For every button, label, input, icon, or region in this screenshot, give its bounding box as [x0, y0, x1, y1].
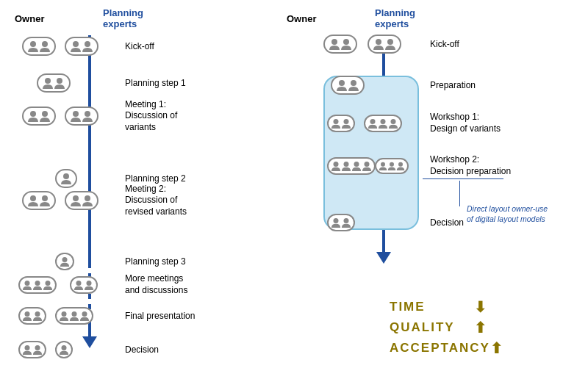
- svg-point-45: [390, 162, 394, 167]
- metric-time: TIME ⬇: [390, 298, 503, 316]
- svg-point-4: [45, 78, 51, 84]
- step-label-planning1: Planning step 1: [125, 78, 186, 88]
- owner-pill-1: [22, 37, 56, 56]
- svg-point-41: [344, 162, 349, 167]
- owner-pill-7: [18, 276, 57, 294]
- metric-time-label: TIME: [390, 300, 474, 314]
- step-label-more-meetings: More meetingsand discussions: [125, 273, 187, 296]
- step-label-planning3: Planning step 3: [125, 256, 186, 267]
- svg-point-19: [76, 281, 82, 286]
- r-expert-pill-3: [364, 115, 402, 132]
- svg-point-3: [85, 41, 90, 47]
- svg-point-8: [73, 111, 79, 117]
- r-expert-pill-4: [375, 158, 409, 174]
- svg-point-2: [73, 41, 79, 47]
- svg-point-28: [62, 345, 67, 350]
- svg-point-40: [334, 162, 339, 167]
- r-owner-pill-3: [327, 115, 355, 132]
- svg-point-46: [398, 162, 403, 167]
- blue-grouping-box: [323, 76, 419, 230]
- right-owner-header: Owner: [287, 13, 338, 24]
- svg-point-24: [72, 311, 77, 317]
- expert-pill-9: [55, 341, 73, 358]
- svg-point-14: [85, 195, 90, 201]
- metric-acceptancy-arrow: ⬆: [490, 339, 503, 357]
- r-step-label-workshop2: Workshop 2:Decision preparation: [430, 154, 511, 177]
- right-panel: Owner Planning experts Kick-off: [279, 0, 588, 368]
- step-label-kickoff: Kick-off: [125, 41, 154, 51]
- svg-point-1: [42, 41, 48, 47]
- r-expert-pill-1: [368, 35, 401, 54]
- owner-pill-5: [22, 191, 56, 210]
- svg-point-38: [381, 119, 386, 124]
- step-label-planning2: Planning step 2: [125, 173, 186, 184]
- svg-point-39: [391, 119, 396, 124]
- svg-point-25: [82, 311, 87, 317]
- svg-point-15: [62, 257, 68, 262]
- svg-point-21: [25, 311, 30, 317]
- svg-point-31: [376, 39, 381, 45]
- callout-line: [423, 178, 503, 179]
- svg-point-30: [343, 39, 349, 45]
- left-owner-header: Owner: [15, 13, 66, 24]
- left-experts-header: Planning experts: [103, 7, 176, 29]
- svg-point-7: [42, 111, 48, 117]
- svg-point-43: [365, 162, 370, 167]
- svg-point-36: [344, 119, 349, 124]
- r-step-label-decision: Decision: [430, 217, 464, 228]
- svg-point-18: [46, 281, 51, 286]
- r-step-label-preparation: Preparation: [430, 80, 476, 90]
- svg-point-34: [351, 80, 356, 86]
- owner-pill-3: [22, 107, 56, 126]
- metric-quality: QUALITY ⬆: [390, 319, 503, 336]
- svg-point-22: [35, 311, 40, 317]
- step-label-final: Final presentation: [125, 311, 195, 321]
- r-owner-pill-4: [327, 157, 376, 175]
- step-label-decision: Decision: [125, 344, 159, 355]
- svg-point-13: [73, 195, 79, 201]
- svg-point-10: [63, 173, 69, 179]
- step-label-meeting1: Meeting 1:Discussion ofvariants: [125, 99, 177, 134]
- svg-point-44: [381, 162, 385, 167]
- metric-time-arrow: ⬇: [474, 298, 487, 316]
- r-step-label-workshop1: Workshop 1:Design of variants: [430, 112, 501, 134]
- r-owner-pill-1: [323, 35, 357, 54]
- expert-pill-5: [65, 191, 98, 210]
- right-arrow-head: [376, 252, 391, 264]
- callout-text: Direct layout owner-useof digital layout…: [467, 204, 548, 224]
- right-diagram: Kick-off Preparation Workshop 1:Design o…: [287, 35, 581, 263]
- expert-pill-6: [55, 253, 74, 270]
- svg-point-11: [30, 195, 36, 201]
- svg-point-16: [25, 281, 30, 286]
- metric-acceptancy: ACCEPTANCY ⬆: [390, 339, 503, 357]
- svg-point-9: [85, 111, 90, 117]
- svg-point-23: [62, 311, 67, 317]
- r-step-label-kickoff: Kick-off: [430, 39, 459, 49]
- svg-point-20: [87, 281, 92, 286]
- left-panel: Owner Planning experts Kick-off: [0, 0, 279, 368]
- expert-pill-7: [70, 276, 98, 294]
- svg-point-37: [370, 119, 376, 124]
- svg-point-33: [339, 80, 345, 86]
- owner-pill-9: [18, 341, 46, 358]
- left-diagram: Kick-off Planning step 1 Meeting 1:Discu…: [15, 35, 272, 344]
- svg-point-32: [387, 39, 393, 45]
- step-label-meeting2: Meeting 2:Discussion ofrevised variants: [125, 184, 187, 218]
- callout-vertical-line: [459, 181, 460, 206]
- svg-point-0: [30, 41, 36, 47]
- expert-pill-2: [37, 73, 71, 93]
- metric-acceptancy-label: ACCEPTANCY: [390, 341, 490, 356]
- left-arrow-solid: [88, 35, 91, 263]
- svg-point-6: [30, 111, 36, 117]
- r-expert-pill-2: [331, 76, 365, 95]
- right-header: Owner Planning experts: [287, 7, 581, 29]
- r-owner-pill-5: [327, 214, 355, 231]
- svg-point-48: [344, 218, 349, 223]
- owner-pill-8: [18, 307, 46, 325]
- svg-point-5: [57, 78, 62, 84]
- svg-point-29: [331, 39, 337, 45]
- metric-quality-label: QUALITY: [390, 320, 474, 335]
- svg-point-27: [35, 345, 40, 350]
- left-arrow-head: [82, 336, 97, 348]
- expert-pill-1: [65, 37, 98, 56]
